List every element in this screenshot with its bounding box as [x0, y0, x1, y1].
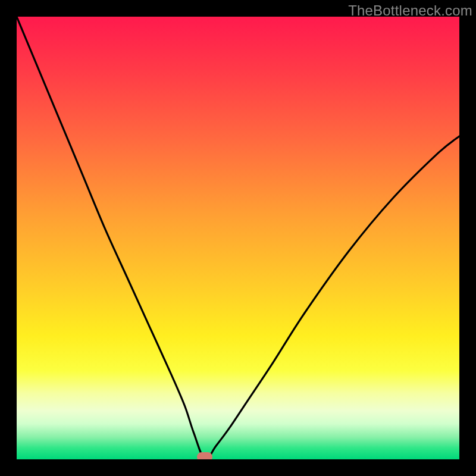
plot-area [17, 17, 459, 459]
watermark-text: TheBottleneck.com [348, 2, 472, 19]
chart-frame: TheBottleneck.com [0, 0, 476, 476]
optimum-marker [197, 452, 212, 459]
bottleneck-curve [17, 17, 459, 459]
